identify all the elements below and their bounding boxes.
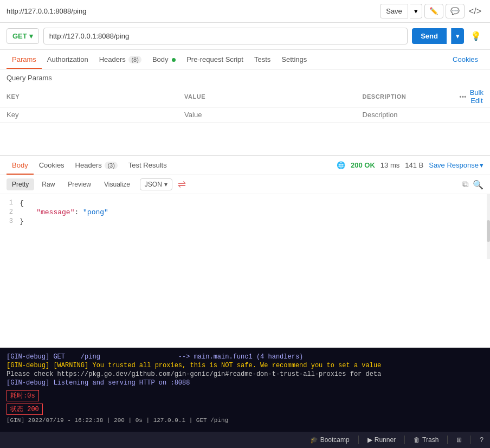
tab-cookies[interactable]: Cookies [447, 51, 483, 69]
description-column-header: DESCRIPTION [363, 93, 407, 100]
code-line-2: 2 "message": "pong" [0, 208, 490, 217]
copy-icon-button[interactable]: ⧉ [462, 180, 468, 189]
body-dot-indicator [172, 58, 176, 62]
params-table: KEY VALUE DESCRIPTION ••• Bulk Edit [0, 86, 490, 123]
globe-icon: 🌐 [337, 161, 345, 169]
trash-icon: 🗑 [414, 436, 420, 444]
terminal: [GIN-debug] GET /ping --> main.main.func… [0, 348, 490, 432]
tab-body[interactable]: Body [147, 51, 181, 69]
line-number-1: 1 [0, 199, 20, 207]
method-selector[interactable]: GET ▾ [7, 28, 39, 44]
search-icon-button[interactable]: 🔍 [473, 180, 483, 190]
line-number-2: 2 [0, 208, 20, 216]
line-number-3: 3 [0, 217, 20, 226]
format-visualize-button[interactable]: Visualize [99, 178, 136, 190]
runner-icon: ▶ [368, 436, 372, 444]
more-options-icon: ••• [460, 93, 467, 100]
top-bar-actions: Save ▾ ✏️ 💬 </> [380, 4, 483, 18]
terminal-line-2: [GIN-debug] [WARNING] You trusted all pr… [7, 362, 483, 369]
response-size: 141 B [405, 161, 423, 169]
bootcamp-icon: 🎓 [310, 436, 318, 444]
response-tabs-row: Body Cookies Headers (3) Test Results 🌐 … [0, 156, 490, 175]
response-status-bar: 🌐 200 OK 13 ms 141 B Save Response ▾ [337, 161, 483, 169]
scrollbar-thumb[interactable] [487, 220, 490, 242]
terminal-line-1: [GIN-debug] GET /ping --> main.main.func… [7, 353, 483, 361]
layout-icon: ⊞ [456, 436, 462, 444]
response-code-area: 1 { 2 "message": "pong" 3 } [0, 194, 490, 259]
chevron-down-icon: ▾ [480, 161, 483, 169]
scrollbar-track [487, 194, 490, 259]
terminal-line-3: Please check https://pkg.go.dev/github.c… [7, 370, 483, 378]
save-response-button[interactable]: Save Response ▾ [429, 161, 483, 169]
save-button[interactable]: Save [380, 4, 408, 18]
tab-prerequest[interactable]: Pre-request Script [181, 51, 249, 69]
terminal-log-line: [GIN] 2022/07/19 - 16:22:38 | 200 | 0s |… [7, 417, 483, 424]
save-dropdown-button[interactable]: ▾ [410, 4, 422, 18]
divider-4 [470, 436, 471, 444]
send-dropdown-button[interactable]: ▾ [451, 28, 464, 44]
key-column-header: KEY [7, 93, 20, 100]
divider-2 [404, 436, 405, 444]
bootcamp-button[interactable]: 🎓 Bootcamp [310, 436, 350, 444]
tab-headers[interactable]: Headers (8) [94, 51, 147, 69]
json-chevron-icon: ▾ [164, 181, 167, 188]
edit-icon: ✏️ [429, 7, 439, 15]
chevron-down-icon: ▾ [414, 7, 418, 15]
resp-tab-headers[interactable]: Headers (3) [70, 157, 123, 175]
format-actions: ⧉ 🔍 [462, 180, 483, 190]
resp-tab-test-results[interactable]: Test Results [123, 157, 172, 175]
bulk-edit-button[interactable]: Bulk Edit [470, 88, 483, 105]
key-input[interactable] [7, 111, 171, 119]
send-button[interactable]: Send [412, 28, 447, 44]
request-title: http://127.0.0.1:8088/ping [7, 7, 86, 15]
comment-icon: 💬 [450, 7, 460, 15]
time-box: 耗时:0s [7, 390, 39, 401]
format-json-selector[interactable]: JSON ▾ [140, 178, 172, 190]
resp-tab-cookies[interactable]: Cookies [34, 157, 70, 175]
divider-1 [358, 436, 359, 444]
send-chevron-icon: ▾ [456, 32, 460, 40]
value-column-header: VALUE [184, 93, 205, 100]
headers-badge: (8) [128, 56, 141, 63]
top-bar: http://127.0.0.1:8088/ping Save ▾ ✏️ 💬 <… [0, 0, 490, 23]
format-pretty-button[interactable]: Pretty [7, 178, 34, 190]
filter-icon[interactable]: ⇌ [178, 178, 186, 190]
tab-tests[interactable]: Tests [249, 51, 276, 69]
tab-authorization[interactable]: Authorization [42, 51, 94, 69]
resp-tab-body[interactable]: Body [7, 157, 34, 175]
format-bar: Pretty Raw Preview Visualize JSON ▾ ⇌ ⧉ … [0, 175, 490, 194]
url-input[interactable] [43, 28, 408, 44]
help-button[interactable]: ? [480, 436, 483, 444]
bottom-bar: 🎓 Bootcamp ▶ Runner 🗑 Trash ⊞ ? [0, 432, 490, 448]
url-bar: GET ▾ Send ▾ 💡 [0, 23, 490, 50]
query-params-label: Query Params [0, 69, 490, 86]
code-line-1: 1 { [0, 199, 490, 208]
trash-button[interactable]: 🗑 Trash [414, 436, 439, 444]
tab-params[interactable]: Params [7, 51, 42, 69]
code-button[interactable]: </> [467, 4, 483, 18]
response-time: 13 ms [381, 161, 399, 169]
request-tabs: Params Authorization Headers (8) Body Pr… [0, 50, 490, 69]
response-section: Body Cookies Headers (3) Test Results 🌐 … [0, 155, 490, 259]
layout-button[interactable]: ⊞ [456, 436, 462, 444]
resp-headers-badge: (3) [105, 162, 117, 169]
method-chevron-icon: ▾ [29, 32, 33, 40]
edit-icon-button[interactable]: ✏️ [424, 4, 443, 18]
method-label: GET [12, 32, 27, 40]
format-preview-button[interactable]: Preview [62, 178, 96, 190]
code-line-3: 3 } [0, 217, 490, 226]
divider-3 [447, 436, 448, 444]
value-input[interactable] [184, 111, 349, 119]
help-icon: ? [480, 436, 483, 444]
tab-settings[interactable]: Settings [276, 51, 312, 69]
terminal-line-4: [GIN-debug] Listening and serving HTTP o… [7, 379, 483, 387]
status-box: 状态 200 [7, 404, 43, 415]
params-row-empty [0, 107, 490, 123]
format-raw-button[interactable]: Raw [36, 178, 60, 190]
hint-button[interactable]: 💡 [468, 29, 483, 43]
runner-button[interactable]: ▶ Runner [368, 436, 396, 444]
comment-icon-button[interactable]: 💬 [446, 4, 465, 18]
status-ok-label: 200 OK [351, 161, 375, 169]
description-input[interactable] [363, 111, 447, 119]
